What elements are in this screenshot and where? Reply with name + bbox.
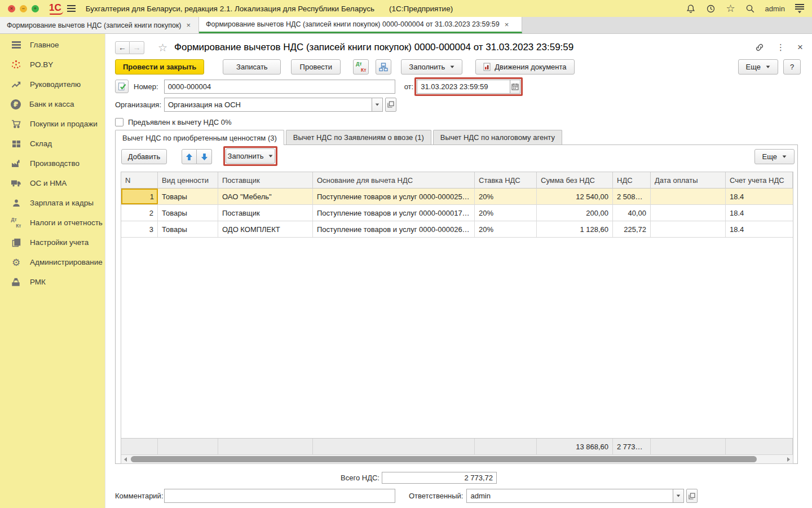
back-arrow-button[interactable]: ← bbox=[115, 41, 130, 54]
vat0-checkbox[interactable] bbox=[115, 118, 123, 126]
scrollbar-thumb[interactable] bbox=[131, 456, 757, 462]
window-minimize-button[interactable]: − bbox=[20, 5, 27, 12]
window-zoom-button[interactable]: + bbox=[32, 5, 39, 12]
favorite-star-icon[interactable]: ☆ bbox=[158, 41, 167, 54]
cell-osnovanie[interactable]: Поступление товаров и услуг 0000-000026… bbox=[313, 221, 475, 237]
table-row-2[interactable]: 2 Товары Поставщик Поступление товаров и… bbox=[121, 205, 793, 221]
sidebar-item-pokupki-prodazhi[interactable]: Покупки и продажи bbox=[0, 114, 105, 134]
column-header-n[interactable]: N bbox=[121, 172, 158, 189]
close-icon[interactable]: × bbox=[797, 42, 803, 53]
sidebar-item-sklad[interactable]: Склад bbox=[0, 134, 105, 154]
document-movements-button[interactable]: Движения документа bbox=[475, 59, 574, 75]
tab-vychet-zayavleniya[interactable]: Вычет НДС по Заявлениям о ввозе (1) bbox=[286, 130, 431, 144]
search-icon[interactable] bbox=[745, 4, 755, 14]
organization-open-button[interactable] bbox=[385, 98, 396, 112]
cell-stavka[interactable]: 20% bbox=[475, 221, 537, 237]
cell-data-oplaty[interactable] bbox=[651, 221, 726, 237]
fill-button-top[interactable]: Заполнить bbox=[401, 59, 462, 75]
cell-stavka[interactable]: 20% bbox=[475, 189, 537, 204]
cell-schet[interactable]: 18.4 bbox=[726, 189, 793, 204]
cell-n[interactable]: 1 bbox=[121, 189, 158, 204]
sidebar-item-glavnoe[interactable]: Главное bbox=[0, 35, 105, 55]
responsible-dropdown-button[interactable] bbox=[673, 489, 683, 502]
more-dots-icon[interactable]: ⋮ bbox=[776, 42, 785, 52]
window-tab-1[interactable]: Формирование вычетов НДС (записей книги … bbox=[0, 17, 199, 33]
post-button[interactable]: Провести bbox=[291, 59, 341, 75]
date-input[interactable] bbox=[417, 82, 510, 91]
cell-summa[interactable]: 12 540,00 bbox=[537, 189, 613, 204]
column-header-stavka[interactable]: Ставка НДС bbox=[475, 172, 537, 189]
cell-data-oplaty[interactable] bbox=[651, 205, 726, 221]
column-header-summa[interactable]: Сумма без НДС bbox=[537, 172, 613, 189]
sidebar-item-zarplata-kadry[interactable]: Зарплата и кадры bbox=[0, 193, 105, 213]
sidebar-item-os-nma[interactable]: ОС и НМА bbox=[0, 173, 105, 193]
column-header-data-oplaty[interactable]: Дата оплаты bbox=[651, 172, 726, 189]
table-more-button[interactable]: Еще bbox=[754, 149, 795, 164]
cell-nds[interactable]: 40,00 bbox=[613, 205, 651, 221]
cell-vid[interactable]: Товары bbox=[158, 189, 218, 204]
move-down-button[interactable] bbox=[197, 149, 212, 164]
main-menu-icon[interactable] bbox=[795, 4, 804, 14]
cell-schet[interactable]: 18.4 bbox=[726, 205, 793, 221]
cell-summa[interactable]: 1 128,60 bbox=[537, 221, 613, 237]
column-header-schet[interactable]: Счет учета НДС bbox=[726, 172, 793, 189]
current-user[interactable]: admin bbox=[765, 5, 785, 13]
table-row-1[interactable]: 1 Товары ОАО "Мебель" Поступление товаро… bbox=[121, 189, 793, 205]
cell-schet[interactable]: 18.4 bbox=[726, 221, 793, 237]
organization-field[interactable] bbox=[164, 98, 383, 112]
table-row-3[interactable]: 3 Товары ОДО КОМПЛЕКТ Поступление товаро… bbox=[121, 221, 793, 238]
window-tab-1-close-icon[interactable]: × bbox=[187, 21, 191, 29]
fill-table-button[interactable]: Заполнить bbox=[226, 148, 275, 164]
cell-summa[interactable]: 200,00 bbox=[537, 205, 613, 221]
cell-data-oplaty[interactable] bbox=[651, 189, 726, 204]
cell-postavshchik[interactable]: ОАО "Мебель" bbox=[218, 189, 313, 204]
sidebar-item-rukovoditelyu[interactable]: Руководителю bbox=[0, 75, 105, 94]
comment-input[interactable] bbox=[165, 492, 395, 500]
cell-postavshchik[interactable]: Поставщик bbox=[218, 205, 313, 221]
window-tab-2-close-icon[interactable]: × bbox=[505, 20, 509, 29]
column-header-osnovanie[interactable]: Основание для вычета НДС bbox=[313, 172, 475, 189]
tab-vychet-agent[interactable]: Вычет НДС по налоговому агенту bbox=[433, 130, 562, 144]
document-structure-button[interactable] bbox=[376, 59, 391, 75]
cell-stavka[interactable]: 20% bbox=[475, 205, 537, 221]
organization-dropdown-button[interactable] bbox=[372, 98, 382, 111]
tab-vychet-cennosti[interactable]: Вычет НДС по приобретенным ценностям (3) bbox=[115, 130, 284, 145]
comment-field[interactable] bbox=[164, 489, 395, 503]
add-row-button[interactable]: Добавить bbox=[121, 149, 167, 164]
date-field[interactable] bbox=[417, 80, 520, 94]
calendar-button[interactable] bbox=[510, 80, 520, 93]
sidebar-item-nalogi-otchetnost[interactable]: ДтКт Налоги и отчетность bbox=[0, 213, 105, 233]
organization-input[interactable] bbox=[165, 100, 372, 109]
column-header-postavshchik[interactable]: Поставщик bbox=[218, 172, 313, 189]
column-header-nds[interactable]: НДС bbox=[613, 172, 651, 189]
move-up-button[interactable] bbox=[182, 149, 197, 164]
sidebar-item-bank-kassa[interactable]: ₽ Банк и касса bbox=[0, 94, 105, 114]
column-header-vid[interactable]: Вид ценности bbox=[158, 172, 218, 189]
notifications-bell-icon[interactable] bbox=[686, 4, 696, 14]
post-status-button[interactable] bbox=[115, 80, 129, 93]
forward-arrow-button[interactable]: → bbox=[130, 41, 144, 54]
window-close-button[interactable]: × bbox=[8, 5, 15, 12]
get-link-icon[interactable] bbox=[755, 43, 764, 52]
favorites-star-icon[interactable]: ☆ bbox=[726, 3, 735, 14]
cell-n[interactable]: 2 bbox=[121, 205, 158, 221]
vat0-checkbox-row[interactable]: Предъявлен к вычету НДС 0% bbox=[115, 116, 232, 128]
cell-postavshchik[interactable]: ОДО КОМПЛЕКТ bbox=[218, 221, 313, 237]
horizontal-scrollbar[interactable] bbox=[121, 454, 793, 463]
responsible-input[interactable] bbox=[467, 492, 673, 500]
responsible-open-button[interactable] bbox=[686, 489, 698, 503]
history-icon[interactable] bbox=[706, 4, 716, 14]
save-button[interactable]: Записать bbox=[223, 59, 281, 75]
sidebar-item-nastroiki-ucheta[interactable]: Настройки учета bbox=[0, 233, 105, 252]
cell-vid[interactable]: Товары bbox=[158, 205, 218, 221]
help-button[interactable]: ? bbox=[783, 59, 801, 75]
cell-osnovanie[interactable]: Поступление товаров и услуг 0000-000025… bbox=[313, 189, 475, 204]
cell-n[interactable]: 3 bbox=[121, 221, 158, 237]
cell-nds[interactable]: 225,72 bbox=[613, 221, 651, 237]
cell-vid[interactable]: Товары bbox=[158, 221, 218, 237]
sidebar-item-proizvodstvo[interactable]: Производство bbox=[0, 154, 105, 173]
hamburger-menu-icon[interactable] bbox=[67, 5, 76, 12]
number-field[interactable] bbox=[164, 80, 395, 94]
cell-nds[interactable]: 2 508… bbox=[613, 189, 651, 204]
number-input[interactable] bbox=[165, 82, 395, 91]
